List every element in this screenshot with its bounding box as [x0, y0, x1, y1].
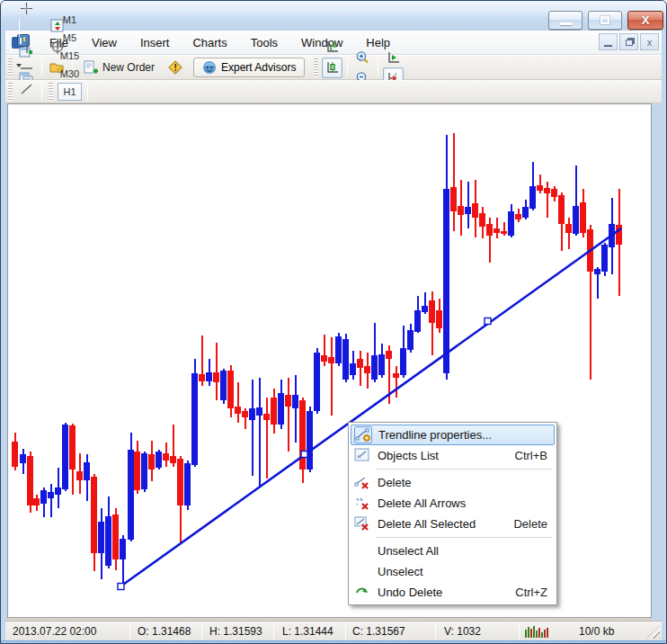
- status-datetime: 2013.07.22 02:00: [13, 625, 96, 638]
- trendline-button[interactable]: [16, 78, 37, 99]
- standard-toolbar: New Order ! Expert Advisors: [5, 55, 662, 80]
- window-minimize-button[interactable]: [548, 11, 583, 30]
- timeframe-M5[interactable]: M5: [58, 29, 82, 47]
- context-menu-item-delete-all-selected[interactable]: Delete All SelectedDelete: [351, 514, 555, 534]
- expert-advisors-icon: [202, 60, 217, 75]
- zoom-in-button[interactable]: [352, 47, 373, 67]
- toolbar-separator: [41, 83, 42, 101]
- connection-histogram-icon: [525, 625, 548, 638]
- context-menu-label: Delete All Arrows: [378, 496, 547, 510]
- toolbar-grip[interactable]: [49, 83, 53, 100]
- status-open: O: 1.31468: [138, 625, 191, 638]
- mdi-restore-icon: [626, 40, 633, 46]
- crosshair-icon: [20, 2, 33, 15]
- zoom-in-icon: [355, 50, 370, 65]
- horizontal-line-button[interactable]: [16, 58, 37, 78]
- context-menu-label: Objects List: [378, 449, 504, 462]
- menu-view[interactable]: View: [80, 32, 129, 53]
- new-order-button[interactable]: New Order: [76, 58, 161, 77]
- minimize-icon: [560, 22, 572, 25]
- menu-charts[interactable]: Charts: [181, 32, 238, 53]
- trendline-properties-icon: [354, 426, 372, 443]
- mt4-window: X File View Insert Charts Tools Window H…: [0, 0, 667, 644]
- candlestick-chart-button[interactable]: [322, 58, 342, 78]
- status-bar: 2013.07.22 02:00 O: 1.31468 H: 1.31593 L…: [5, 621, 662, 640]
- horizontal-line-icon: [20, 62, 33, 75]
- toolbar-separator: [347, 58, 348, 76]
- crosshair-button[interactable]: [16, 0, 37, 19]
- context-menu-label: Delete All Selected: [378, 517, 502, 531]
- context-menu-item-objects-list[interactable]: Objects ListCtrl+B: [351, 445, 555, 466]
- context-menu-shortcut: Delete: [513, 517, 547, 531]
- context-menu-shortcut: Ctrl+B: [515, 449, 547, 462]
- mdi-restore-button[interactable]: [619, 33, 638, 50]
- context-menu-separator: [376, 469, 553, 470]
- status-volume: V: 1032: [444, 625, 481, 638]
- window-maximize-button[interactable]: [588, 11, 622, 30]
- exclamation-icon: !: [167, 59, 183, 76]
- context-menu-label: Delete: [378, 476, 547, 489]
- candlestick-chart-icon: [325, 60, 340, 75]
- resize-grip[interactable]: [646, 625, 660, 639]
- status-low: L: 1.31444: [282, 625, 334, 638]
- status-high: H: 1.31593: [209, 625, 262, 638]
- mdi-minimize-button[interactable]: [599, 33, 618, 50]
- alert-button[interactable]: !: [165, 58, 185, 78]
- mdi-close-button[interactable]: x: [640, 33, 659, 50]
- context-menu-shortcut: Ctrl+Z: [515, 586, 547, 599]
- context-menu-item-undo-delete[interactable]: Undo DeleteCtrl+Z: [351, 582, 555, 603]
- bar-chart-icon: [325, 40, 340, 54]
- window-bottom-border: [1, 640, 666, 644]
- undo-icon: [353, 584, 371, 600]
- context-menu-label: Trendline properties...: [378, 428, 547, 442]
- mdi-close-icon: x: [647, 37, 653, 48]
- status-traffic: 10/0 kb: [579, 625, 614, 638]
- context-menu-label: Unselect: [378, 565, 547, 578]
- context-menu-item-delete[interactable]: Delete: [351, 472, 555, 493]
- delete-selected-icon: [353, 515, 371, 532]
- toolbar-grip[interactable]: [8, 58, 13, 77]
- context-menu-item-unselect[interactable]: Unselect: [351, 561, 555, 582]
- context-menu-label: Unselect All: [378, 544, 547, 558]
- bar-chart-button[interactable]: [322, 37, 342, 58]
- toolbar-separator: [19, 19, 20, 37]
- status-close: C: 1.31567: [352, 625, 405, 638]
- svg-text:!: !: [173, 63, 176, 73]
- context-menu-item-delete-all-arrows[interactable]: Delete All Arrows: [351, 493, 555, 514]
- auto-scroll-button[interactable]: [383, 47, 404, 67]
- new-order-icon: [83, 60, 98, 76]
- trendline-anchor[interactable]: [118, 584, 124, 590]
- new-order-label: New Order: [102, 61, 155, 74]
- maximize-icon: [600, 16, 609, 24]
- auto-scroll-icon: [387, 50, 401, 65]
- toolbar-separator: [87, 83, 88, 101]
- title-bar[interactable]: X: [1, 1, 666, 31]
- context-menu-separator: [376, 537, 553, 538]
- mdi-controls: x: [599, 33, 659, 50]
- trendline-anchor[interactable]: [301, 452, 307, 458]
- toolbar-separator: [378, 58, 378, 76]
- window-close-button[interactable]: X: [627, 11, 663, 30]
- chart-context-menu: Trendline properties...Objects ListCtrl+…: [348, 422, 557, 605]
- toolbar-grip[interactable]: [8, 83, 13, 100]
- vertical-line-icon: [21, 40, 33, 54]
- toolbar-grip[interactable]: [314, 58, 318, 77]
- close-icon: X: [642, 14, 650, 26]
- trendline-icon: [20, 83, 33, 95]
- expert-advisors-label: Expert Advisors: [221, 61, 296, 74]
- timeframe-M30[interactable]: M30: [58, 65, 82, 83]
- context-menu-item-trendline-properties[interactable]: Trendline properties...: [351, 425, 555, 445]
- timeframe-M1[interactable]: M1: [58, 11, 82, 29]
- menu-tools[interactable]: Tools: [239, 32, 289, 53]
- trendline-anchor[interactable]: [485, 318, 491, 325]
- mdi-minimize-icon: [604, 45, 612, 47]
- timeframe-M15[interactable]: M15: [58, 47, 82, 65]
- drawing-toolbar: EFAT M1M5M15M30H1H4D1W1MN: [5, 80, 662, 103]
- vertical-line-button[interactable]: [16, 37, 37, 58]
- menu-insert[interactable]: Insert: [129, 32, 182, 53]
- context-menu-label: Undo Delete: [378, 586, 504, 599]
- delete-arrows-icon: [353, 495, 371, 511]
- timeframe-H1[interactable]: H1: [58, 83, 82, 101]
- expert-advisors-button[interactable]: Expert Advisors: [193, 58, 305, 77]
- context-menu-item-unselect-all[interactable]: Unselect All: [351, 541, 555, 561]
